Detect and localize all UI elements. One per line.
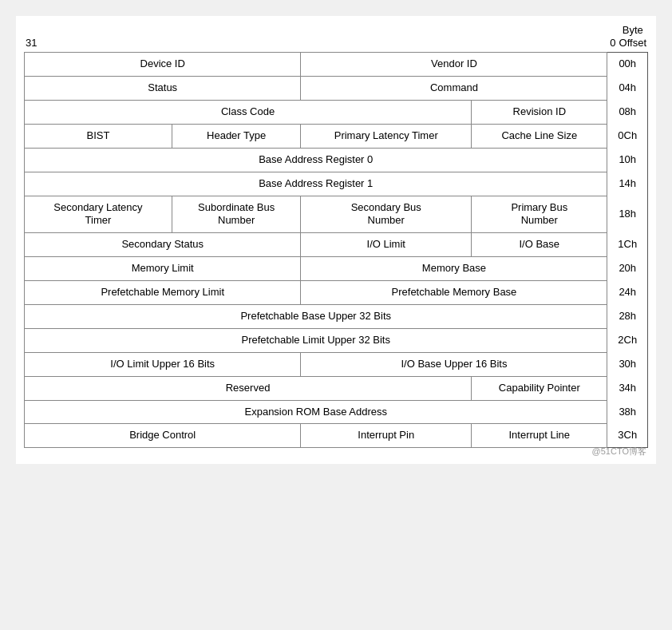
offset-cell: 1Ch	[607, 233, 648, 257]
offset-cell: 04h	[607, 77, 648, 101]
offset-cell: 38h	[607, 400, 648, 424]
register-cell: BIST	[25, 124, 172, 148]
register-cell: I/O Limit Upper 16 Bits	[25, 352, 301, 376]
table-row: Memory LimitMemory Base20h	[25, 257, 648, 281]
register-cell: Class Code	[25, 100, 472, 124]
offset-cell: 2Ch	[607, 328, 648, 352]
table-row: I/O Limit Upper 16 BitsI/O Base Upper 16…	[25, 352, 648, 376]
register-cell: I/O Base	[472, 233, 607, 257]
register-cell: Bridge Control	[25, 424, 301, 448]
register-cell: Vendor ID	[301, 53, 607, 77]
register-cell: Base Address Register 0	[25, 148, 607, 172]
offset-cell: 20h	[607, 257, 648, 281]
register-cell: Status	[25, 77, 301, 101]
offset-cell: 18h	[607, 196, 648, 233]
offset-cell: 3Ch	[607, 424, 648, 448]
register-cell: Revision ID	[472, 100, 607, 124]
register-cell: Subordinate Bus Number	[172, 196, 301, 233]
bit-0-label: 0	[610, 37, 615, 49]
table-row: Prefetchable Memory LimitPrefetchable Me…	[25, 281, 648, 305]
register-cell: Secondary Status	[25, 233, 301, 257]
register-cell: Prefetchable Base Upper 32 Bits	[25, 304, 607, 328]
offset-cell: 00h	[607, 53, 648, 77]
table-row: Prefetchable Limit Upper 32 Bits2Ch	[25, 328, 648, 352]
register-cell: Interrupt Line	[472, 424, 607, 448]
table-row: Secondary Latency TimerSubordinate Bus N…	[25, 196, 648, 233]
table-row: Prefetchable Base Upper 32 Bits28h	[25, 304, 648, 328]
table-row: StatusCommand04h	[25, 77, 648, 101]
register-cell: Secondary Latency Timer	[25, 196, 172, 233]
offset-cell: 28h	[607, 304, 648, 328]
page-wrapper: 31 0 Byte Offset Device IDVendor ID00hSt…	[16, 16, 656, 464]
offset-cell: 10h	[607, 148, 648, 172]
register-cell: Primary Latency Timer	[301, 124, 472, 148]
register-cell: Secondary Bus Number	[301, 196, 472, 233]
table-row: Secondary StatusI/O LimitI/O Base1Ch	[25, 233, 648, 257]
register-cell: Primary Bus Number	[472, 196, 607, 233]
register-cell: Expansion ROM Base Address	[25, 400, 607, 424]
table-row: Expansion ROM Base Address38h	[25, 400, 648, 424]
register-cell: Command	[301, 77, 607, 101]
register-table: Device IDVendor ID00hStatusCommand04hCla…	[24, 52, 648, 448]
register-cell: Reserved	[25, 376, 472, 400]
table-row: BISTHeader TypePrimary Latency TimerCach…	[25, 124, 648, 148]
register-cell: Memory Limit	[25, 257, 301, 281]
offset-cell: 08h	[607, 100, 648, 124]
register-cell: Prefetchable Memory Limit	[25, 281, 301, 305]
header-row: 31 0 Byte Offset	[24, 24, 648, 49]
register-cell: Header Type	[172, 124, 301, 148]
table-row: Device IDVendor ID00h	[25, 53, 648, 77]
byte-offset-header: Byte Offset	[619, 24, 646, 49]
watermark: @51CTO博客	[592, 446, 646, 458]
register-cell: I/O Limit	[301, 233, 472, 257]
table-row: Base Address Register 010h	[25, 148, 648, 172]
bit-31-label: 31	[26, 37, 37, 49]
register-cell: Memory Base	[301, 257, 607, 281]
offset-cell: 0Ch	[607, 124, 648, 148]
table-row: Class CodeRevision ID08h	[25, 100, 648, 124]
register-cell: Cache Line Size	[472, 124, 607, 148]
register-cell: Prefetchable Limit Upper 32 Bits	[25, 328, 607, 352]
table-row: Base Address Register 114h	[25, 172, 648, 196]
register-cell: Base Address Register 1	[25, 172, 607, 196]
offset-cell: 14h	[607, 172, 648, 196]
register-cell: Interrupt Pin	[301, 424, 472, 448]
table-row: Bridge ControlInterrupt PinInterrupt Lin…	[25, 424, 648, 448]
table-row: ReservedCapability Pointer34h	[25, 376, 648, 400]
offset-cell: 30h	[607, 352, 648, 376]
register-cell: I/O Base Upper 16 Bits	[301, 352, 607, 376]
offset-cell: 34h	[607, 376, 648, 400]
register-cell: Prefetchable Memory Base	[301, 281, 607, 305]
register-cell: Capability Pointer	[472, 376, 607, 400]
register-cell: Device ID	[25, 53, 301, 77]
offset-cell: 24h	[607, 281, 648, 305]
